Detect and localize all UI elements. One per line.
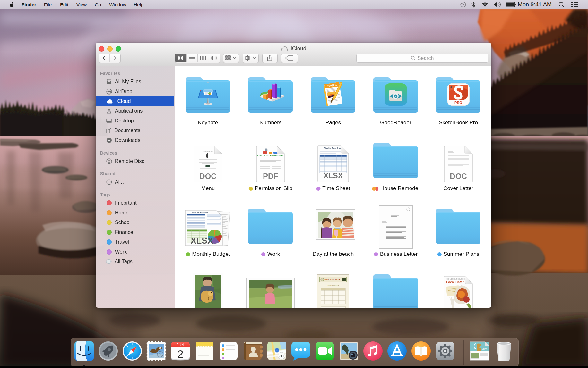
svg-text:XLSX: XLSX [324,171,343,180]
svg-text:DOC: DOC [199,172,216,180]
svg-text:CONVENIENT GOURMET: CONVENIENT GOURMET [446,278,466,280]
svg-text:3D: 3D [279,354,284,358]
svg-text:Field Trip Permission: Field Trip Permission [257,154,283,157]
svg-text:280: 280 [275,349,279,352]
svg-text:XLSX: XLSX [191,236,213,246]
svg-text:2: 2 [177,348,184,360]
svg-text:Budget Summary: Budget Summary [192,211,208,213]
svg-text:JUN: JUN [177,343,184,347]
svg-text:Jane Notebook: Jane Notebook [327,284,339,286]
svg-text:Weekly Time Sheet: Weekly Time Sheet [324,147,342,149]
svg-text:DOC: DOC [450,172,467,180]
svg-text:airs: airs [482,347,487,351]
svg-text:Le Bistro Cafe: Le Bistro Cafe [202,150,213,152]
svg-text:PDF: PDF [263,172,278,180]
svg-text:a: a [450,85,453,89]
svg-text:PRO: PRO [454,101,462,105]
